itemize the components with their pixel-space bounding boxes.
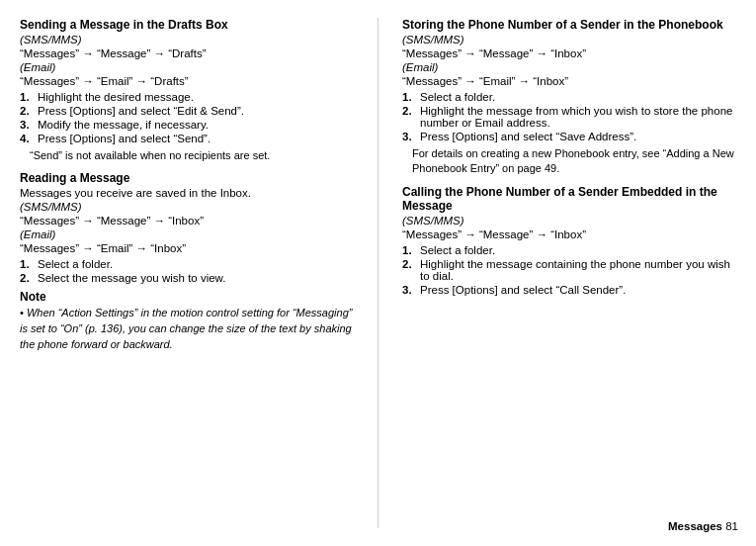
step-text: Press [Options] and select “Save Address… <box>420 131 636 142</box>
reading-email-path: “Messages” → “Email” → “Inbox” <box>20 242 354 254</box>
storing-sms-path: “Messages” → “Message” → “Inbox” <box>402 47 736 59</box>
sending-drafts-steps: 1. Highlight the desired message. 2. Pre… <box>20 91 354 144</box>
step-num: 3. <box>402 131 416 142</box>
storing-sms-label: (SMS/MMS) <box>402 34 736 46</box>
step-num: 1. <box>20 258 34 270</box>
right-column: Storing the Phone Number of a Sender in … <box>402 18 736 528</box>
list-item: 3. Press [Options] and select “Call Send… <box>402 284 736 296</box>
left-column: Sending a Message in the Drafts Box (SMS… <box>20 18 354 528</box>
calling-steps: 1. Select a folder. 2. Highlight the mes… <box>402 244 736 296</box>
list-item: 1. Highlight the desired message. <box>20 91 354 103</box>
step-num: 2. <box>402 105 416 129</box>
step-text: Select a folder. <box>420 244 495 256</box>
sending-drafts-email-path: “Messages” → “Email” → “Drafts” <box>20 75 354 87</box>
list-item: 2. Select the message you wish to view. <box>20 272 354 284</box>
reading-sms-path: “Messages” → “Message” → “Inbox” <box>20 215 354 227</box>
list-item: 1. Select a folder. <box>402 244 736 256</box>
list-item: 4. Press [Options] and select “Send”. <box>20 133 354 144</box>
step-text: Highlight the desired message. <box>38 91 194 103</box>
reading-message-heading: Reading a Message <box>20 171 354 185</box>
list-item: 1. Select a folder. <box>20 258 354 270</box>
note-section: Note • When “Action Settings” in the mot… <box>20 290 354 353</box>
list-item: 3. Modify the message, if necessary. <box>20 119 354 131</box>
list-item: 1. Select a folder. <box>402 91 736 103</box>
list-item: 3. Press [Options] and select “Save Addr… <box>402 131 736 142</box>
list-item: 2. Highlight the message containing the … <box>402 258 736 282</box>
page-footer: Messages 81 <box>668 520 738 532</box>
step-num: 1. <box>402 244 416 256</box>
storing-email-path: “Messages” → “Email” → “Inbox” <box>402 75 736 87</box>
step-num: 1. <box>402 91 416 103</box>
step-text: Press [Options] and select “Call Sender”… <box>420 284 626 296</box>
step-text: Highlight the message from which you wis… <box>420 105 736 129</box>
step-text: Press [Options] and select “Send”. <box>38 133 210 144</box>
step-num: 2. <box>20 105 34 117</box>
storing-email-label: (Email) <box>402 61 736 73</box>
reading-sms-label: (SMS/MMS) <box>20 201 354 213</box>
reading-email-label: (Email) <box>20 228 354 240</box>
step-num: 3. <box>402 284 416 296</box>
reading-steps: 1. Select a folder. 2. Select the messag… <box>20 258 354 284</box>
sending-drafts-sms-path: “Messages” → “Message” → “Drafts” <box>20 47 354 59</box>
section-reading-message: Reading a Message Messages you receive a… <box>20 171 354 284</box>
step-num: 2. <box>402 258 416 282</box>
step-num: 4. <box>20 133 34 144</box>
calling-sms-path: “Messages” → “Message” → “Inbox” <box>402 228 736 240</box>
step-text: Highlight the message containing the pho… <box>420 258 736 282</box>
section-storing-phone: Storing the Phone Number of a Sender in … <box>402 18 736 177</box>
calling-sender-heading: Calling the Phone Number of a Sender Emb… <box>402 185 736 213</box>
list-item: 2. Press [Options] and select “Edit & Se… <box>20 105 354 117</box>
section-sending-drafts: Sending a Message in the Drafts Box (SMS… <box>20 18 354 163</box>
storing-steps: 1. Select a folder. 2. Highlight the mes… <box>402 91 736 142</box>
section-calling-sender: Calling the Phone Number of a Sender Emb… <box>402 185 736 296</box>
sending-drafts-heading: Sending a Message in the Drafts Box <box>20 18 354 32</box>
step-text: Press [Options] and select “Edit & Send”… <box>38 105 244 117</box>
step-text: Select a folder. <box>38 258 113 270</box>
step-text: Select a folder. <box>420 91 495 103</box>
storing-phone-heading: Storing the Phone Number of a Sender in … <box>402 18 736 32</box>
sending-drafts-email-label: (Email) <box>20 61 354 73</box>
step-text: Select the message you wish to view. <box>38 272 226 284</box>
step-num: 1. <box>20 91 34 103</box>
column-divider <box>378 18 378 528</box>
step-text: Modify the message, if necessary. <box>38 119 209 131</box>
note-text: • When “Action Settings” in the motion c… <box>20 306 354 353</box>
calling-sms-label: (SMS/MMS) <box>402 215 736 227</box>
step-num: 3. <box>20 119 34 131</box>
step-num: 2. <box>20 272 34 284</box>
reading-message-intro: Messages you receive are saved in the In… <box>20 187 354 199</box>
list-item: 2. Highlight the message from which you … <box>402 105 736 129</box>
footer-page: 81 <box>725 520 738 532</box>
sending-drafts-sms-label: (SMS/MMS) <box>20 34 354 46</box>
footer-label: Messages <box>668 520 722 532</box>
send-note: “Send” is not available when no recipien… <box>30 148 354 163</box>
storing-indent-note: For details on creating a new Phonebook … <box>412 146 736 177</box>
note-heading: Note <box>20 290 354 304</box>
